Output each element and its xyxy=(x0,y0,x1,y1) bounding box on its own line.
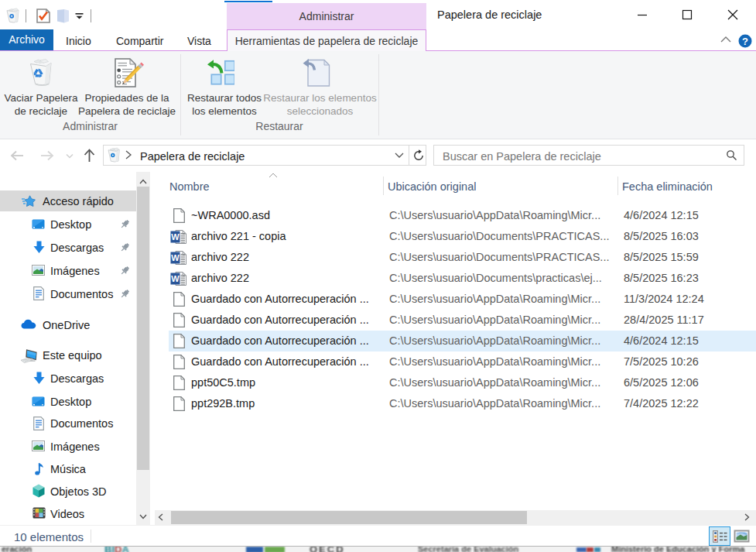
svg-text:W: W xyxy=(171,274,180,283)
svg-text:W: W xyxy=(171,232,180,242)
svg-text:W: W xyxy=(171,253,180,262)
svg-text:?: ? xyxy=(742,36,748,47)
